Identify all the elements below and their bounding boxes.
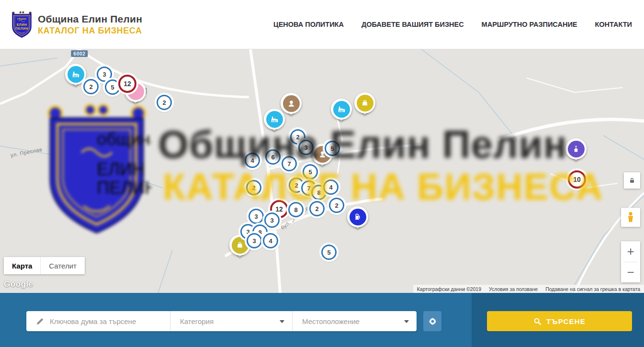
search-button-label: ТЪРСЕНЕ bbox=[546, 317, 586, 325]
site-title: Община Елин Пелин bbox=[38, 13, 142, 25]
pin-head bbox=[347, 206, 368, 227]
category-select[interactable]: Категория bbox=[170, 311, 292, 331]
main-nav: ЦЕНОВА ПОЛИТИКАДОБАВЕТЕ ВАШИЯТ БИЗНЕСМАР… bbox=[273, 21, 632, 28]
map-type-satellite-button[interactable]: Сателит bbox=[40, 257, 85, 274]
site-subtitle: КАТАЛОГ НА БИЗНЕСА bbox=[38, 26, 142, 36]
cluster-count: 2 bbox=[315, 205, 318, 213]
zoom-in-button[interactable]: + bbox=[621, 241, 640, 262]
pin-head bbox=[331, 99, 352, 120]
map-type-control: КартаСателит bbox=[4, 257, 85, 274]
search-icon bbox=[533, 317, 542, 325]
gear-icon bbox=[428, 317, 437, 326]
cluster-count: 12 bbox=[124, 80, 131, 88]
map-cluster-marker[interactable]: 3 bbox=[264, 213, 280, 228]
nav-item[interactable]: ДОБАВЕТЕ ВАШИЯТ БИЗНЕС bbox=[362, 21, 464, 28]
map-pin-factory[interactable] bbox=[263, 108, 285, 130]
chevron-down-icon bbox=[404, 320, 409, 323]
cluster-count: 2 bbox=[252, 184, 255, 191]
map-cluster-marker[interactable]: 5 bbox=[321, 245, 337, 260]
nav-item[interactable]: МАРШРУТНО РАЗПИСАНИЕ bbox=[482, 21, 577, 28]
pin-head bbox=[65, 64, 86, 85]
map-cluster-marker[interactable]: 2 bbox=[157, 95, 172, 110]
location-select[interactable]: Местоположение bbox=[292, 311, 417, 331]
zoom-control: + − bbox=[621, 241, 640, 282]
map-cluster-marker[interactable]: 4 bbox=[263, 233, 278, 248]
map-pin-bag[interactable] bbox=[354, 92, 376, 114]
cluster-count: 6 bbox=[271, 154, 274, 161]
map-pin-fuel[interactable] bbox=[347, 206, 369, 228]
brand-logo[interactable]: община ЕЛИН ПЕЛИН Община Елин Пелин КАТА… bbox=[11, 11, 142, 38]
location-placeholder: Местоположение bbox=[302, 317, 360, 325]
map-cluster-marker[interactable]: 8 bbox=[288, 202, 304, 217]
cluster-count: 2 bbox=[89, 83, 92, 90]
cluster-count: 2 bbox=[296, 134, 299, 141]
map-cluster-marker[interactable]: 2 bbox=[246, 180, 261, 195]
cluster-count: 4 bbox=[269, 237, 272, 245]
marker-layer: 32512223564752278412822333834510 bbox=[0, 49, 644, 293]
attribution-link[interactable]: Условия за ползване bbox=[489, 286, 538, 292]
map-cluster-marker[interactable]: 10 bbox=[568, 170, 586, 189]
nav-item[interactable]: КОНТАКТИ bbox=[595, 21, 632, 28]
map-cluster-marker[interactable]: 2 bbox=[83, 79, 99, 94]
map-cluster-marker[interactable]: 12 bbox=[118, 75, 136, 93]
keyword-field bbox=[26, 311, 170, 331]
map-cluster-marker[interactable]: 3 bbox=[247, 233, 262, 248]
map-type-map-button[interactable]: Карта bbox=[4, 257, 40, 274]
map-pin-factory[interactable] bbox=[330, 98, 352, 120]
brand-text: Община Елин Пелин КАТАЛОГ НА БИЗНЕСА bbox=[38, 13, 142, 36]
map-cluster-marker[interactable]: 7 bbox=[282, 156, 297, 171]
map-cluster-marker[interactable]: 2 bbox=[329, 198, 344, 213]
cluster-count: 3 bbox=[252, 237, 256, 245]
map-cluster-marker[interactable]: 3 bbox=[249, 209, 264, 224]
keyword-input[interactable] bbox=[50, 317, 160, 325]
cluster-count: 7 bbox=[287, 160, 291, 168]
cluster-count: 3 bbox=[270, 217, 273, 224]
chevron-down-icon bbox=[280, 320, 284, 323]
cluster-count: 8 bbox=[317, 189, 320, 196]
fuel-icon bbox=[350, 209, 366, 225]
map-pin-church[interactable] bbox=[565, 138, 587, 160]
svg-text:ЕЛИН: ЕЛИН bbox=[17, 22, 27, 26]
cluster-count: 12 bbox=[275, 205, 283, 213]
cluster-count: 5 bbox=[111, 84, 114, 91]
attribution-link[interactable]: Подаване на сигнал за грешка в картата bbox=[545, 286, 640, 292]
church-icon bbox=[568, 141, 585, 157]
map-cluster-marker[interactable]: 3 bbox=[298, 140, 314, 155]
cluster-count: 4 bbox=[329, 184, 332, 191]
municipality-crest-icon: община ЕЛИН ПЕЛИН bbox=[11, 11, 33, 38]
cluster-count: 3 bbox=[254, 213, 258, 220]
cluster-count: 2 bbox=[335, 202, 338, 209]
category-placeholder: Категория bbox=[180, 317, 214, 325]
cluster-count: 3 bbox=[102, 71, 106, 78]
zoom-out-button[interactable]: − bbox=[621, 262, 640, 283]
map-canvas[interactable]: ул. Преславбул. „Новосел 6002 3251222356… bbox=[0, 49, 644, 293]
map-cluster-marker[interactable]: 6 bbox=[265, 149, 281, 165]
map-cluster-marker[interactable]: 2 bbox=[309, 201, 325, 216]
map-cluster-marker[interactable]: 5 bbox=[325, 141, 340, 156]
pin-head bbox=[354, 92, 375, 113]
cluster-count: 8 bbox=[294, 206, 297, 213]
svg-text:ПЕЛИН: ПЕЛИН bbox=[15, 26, 28, 30]
lock-scroll-button[interactable] bbox=[624, 172, 640, 189]
nav-item[interactable]: ЦЕНОВА ПОЛИТИКА bbox=[273, 21, 344, 28]
search-button[interactable]: ТЪРСЕНЕ bbox=[487, 311, 632, 331]
cluster-count: 4 bbox=[250, 157, 254, 164]
pencil-icon bbox=[36, 317, 44, 325]
street-view-pegman-button[interactable] bbox=[621, 208, 640, 227]
google-logo[interactable]: Google bbox=[4, 280, 34, 289]
lock-icon bbox=[629, 177, 635, 184]
header: община ЕЛИН ПЕЛИН Община Елин Пелин КАТА… bbox=[0, 0, 644, 49]
map-pin-factory[interactable] bbox=[65, 63, 87, 85]
search-bar: Категория Местоположение ТЪРСЕНЕ bbox=[0, 293, 644, 347]
factory-icon bbox=[266, 111, 283, 128]
cluster-count: 2 bbox=[294, 182, 298, 189]
bag-icon bbox=[232, 237, 249, 254]
map-cluster-marker[interactable]: 4 bbox=[323, 179, 339, 195]
svg-text:община: община bbox=[17, 17, 26, 20]
advanced-search-button[interactable] bbox=[423, 311, 441, 331]
map-cluster-marker[interactable]: 4 bbox=[245, 153, 260, 168]
map-cluster-marker[interactable]: 5 bbox=[105, 79, 120, 95]
cluster-count: 5 bbox=[308, 168, 312, 176]
map-cluster-marker[interactable]: 5 bbox=[303, 164, 318, 179]
bag-icon bbox=[357, 95, 373, 112]
